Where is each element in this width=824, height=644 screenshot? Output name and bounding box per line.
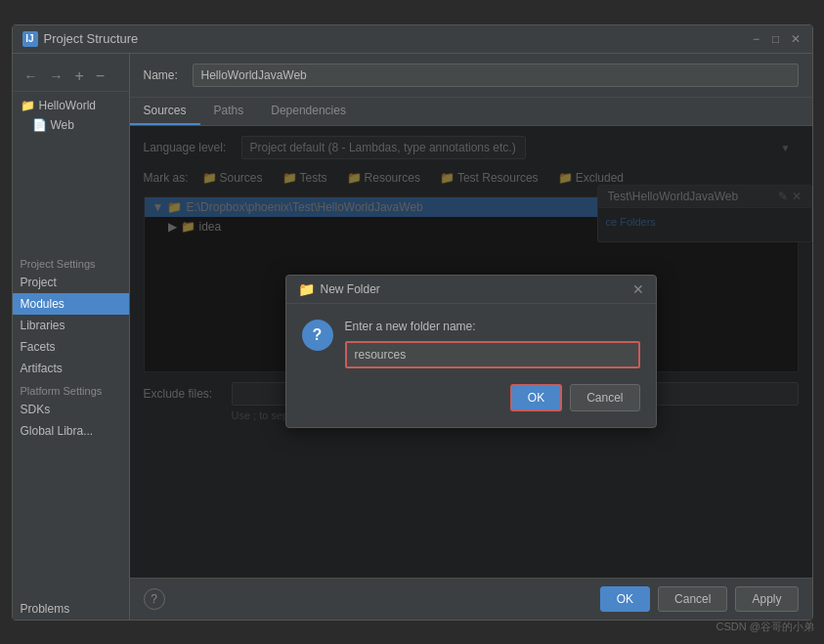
sidebar-item-libraries[interactable]: Libraries (13, 315, 129, 336)
title-bar-left: IJ Project Structure (22, 31, 139, 47)
sidebar: ← → + − 📁 HelloWorld 📄 Web Project Setti… (13, 54, 130, 620)
folder-icon-web: 📄 (32, 118, 47, 132)
modal-body: ? Enter a new folder name: OK Cancel (286, 304, 656, 427)
tabs-row: Sources Paths Dependencies (130, 98, 812, 126)
back-button[interactable]: ← (21, 65, 42, 87)
name-input[interactable] (193, 64, 799, 87)
tab-sources[interactable]: Sources (130, 98, 200, 125)
bottom-left: ? (144, 588, 165, 610)
app-icon: IJ (22, 31, 38, 47)
sidebar-item-artifacts[interactable]: Artifacts (13, 358, 129, 379)
apply-button[interactable]: Apply (735, 586, 798, 612)
minus-button[interactable]: − (92, 65, 108, 87)
sidebar-item-problems[interactable]: Problems (13, 598, 129, 620)
modal-ok-button[interactable]: OK (510, 384, 562, 411)
help-button[interactable]: ? (144, 588, 165, 610)
modal-input-area: Enter a new folder name: (345, 320, 640, 368)
cancel-button[interactable]: Cancel (658, 586, 727, 612)
platform-settings-section: Platform Settings (13, 379, 129, 399)
folder-icon: 📁 (21, 99, 35, 112)
tree-item-web[interactable]: 📄 Web (13, 115, 129, 135)
folder-new-icon: 📁 (298, 281, 315, 297)
ok-button[interactable]: OK (600, 586, 650, 612)
module-tree: 📁 HelloWorld 📄 Web (13, 96, 129, 252)
forward-button[interactable]: → (46, 65, 67, 87)
tab-paths[interactable]: Paths (200, 98, 258, 125)
modal-buttons: OK Cancel (302, 384, 640, 411)
modal-close-button[interactable]: ✕ (632, 281, 644, 297)
main-content: Name: Sources Paths Dependencies Languag… (130, 54, 812, 620)
name-label: Name: (144, 68, 183, 82)
sidebar-item-facets[interactable]: Facets (13, 336, 129, 358)
modal-overlay: 📁 New Folder ✕ ? Enter a n (130, 126, 812, 578)
tree-item-helloworld[interactable]: 📁 HelloWorld (13, 96, 129, 115)
content-area: Language level: Project default (8 - Lam… (130, 126, 812, 578)
platform-settings-label: Platform Settings (21, 385, 103, 397)
tree-root-label: HelloWorld (39, 99, 96, 112)
sidebar-item-project[interactable]: Project (13, 272, 129, 293)
title-bar: IJ Project Structure − □ ✕ (13, 25, 812, 54)
bottom-bar: ? OK Cancel Apply (130, 578, 812, 620)
nav-toolbar: ← → + − (13, 62, 129, 92)
watermark: CSDN @谷哥的小弟 (716, 620, 814, 634)
bottom-right: OK Cancel Apply (600, 586, 799, 612)
modal-title: 📁 New Folder (298, 281, 380, 297)
window-title: Project Structure (44, 31, 139, 46)
window-body: ← → + − 📁 HelloWorld 📄 Web Project Setti… (13, 54, 812, 620)
title-controls: − □ ✕ (750, 32, 802, 46)
minimize-button[interactable]: − (750, 32, 763, 46)
project-settings-label: Project Settings (21, 258, 96, 270)
question-icon: ? (302, 320, 333, 351)
name-row: Name: (130, 54, 812, 98)
project-settings-section: Project Settings (13, 252, 129, 272)
sidebar-item-global-libs[interactable]: Global Libra... (13, 420, 129, 442)
tree-child-label: Web (51, 118, 74, 132)
new-folder-dialog: 📁 New Folder ✕ ? Enter a n (285, 275, 657, 428)
add-button[interactable]: + (71, 65, 88, 87)
tab-dependencies[interactable]: Dependencies (257, 98, 360, 125)
modal-content-row: ? Enter a new folder name: (302, 320, 640, 368)
project-structure-window: IJ Project Structure − □ ✕ ← → + − 📁 (12, 24, 813, 621)
sidebar-item-modules[interactable]: Modules (13, 293, 129, 315)
sidebar-item-sdks[interactable]: SDKs (13, 399, 129, 420)
maximize-button[interactable]: □ (769, 32, 783, 46)
new-folder-name-input[interactable] (345, 341, 640, 368)
modal-prompt: Enter a new folder name: (345, 320, 640, 333)
modal-title-bar: 📁 New Folder ✕ (286, 276, 656, 304)
modal-cancel-button[interactable]: Cancel (570, 384, 639, 411)
close-button[interactable]: ✕ (789, 32, 802, 46)
